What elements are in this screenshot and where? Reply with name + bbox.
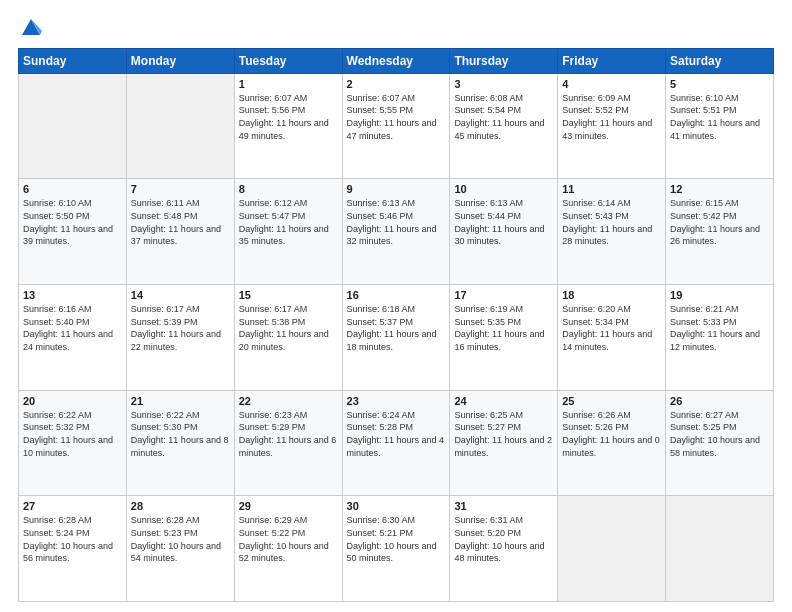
calendar-cell: 6Sunrise: 6:10 AM Sunset: 5:50 PM Daylig… <box>19 179 127 285</box>
day-number: 30 <box>347 500 446 512</box>
day-number: 26 <box>670 395 769 407</box>
day-number: 7 <box>131 183 230 195</box>
calendar-cell: 30Sunrise: 6:30 AM Sunset: 5:21 PM Dayli… <box>342 496 450 602</box>
cell-info: Sunrise: 6:17 AM Sunset: 5:39 PM Dayligh… <box>131 303 230 353</box>
cell-info: Sunrise: 6:22 AM Sunset: 5:32 PM Dayligh… <box>23 409 122 459</box>
cell-info: Sunrise: 6:17 AM Sunset: 5:38 PM Dayligh… <box>239 303 338 353</box>
cell-info: Sunrise: 6:31 AM Sunset: 5:20 PM Dayligh… <box>454 514 553 564</box>
cell-info: Sunrise: 6:26 AM Sunset: 5:26 PM Dayligh… <box>562 409 661 459</box>
day-number: 6 <box>23 183 122 195</box>
cell-info: Sunrise: 6:11 AM Sunset: 5:48 PM Dayligh… <box>131 197 230 247</box>
cell-info: Sunrise: 6:30 AM Sunset: 5:21 PM Dayligh… <box>347 514 446 564</box>
day-number: 3 <box>454 78 553 90</box>
calendar-cell: 12Sunrise: 6:15 AM Sunset: 5:42 PM Dayli… <box>666 179 774 285</box>
header-row: SundayMondayTuesdayWednesdayThursdayFrid… <box>19 48 774 73</box>
calendar-cell: 7Sunrise: 6:11 AM Sunset: 5:48 PM Daylig… <box>126 179 234 285</box>
calendar-cell <box>558 496 666 602</box>
calendar-cell: 10Sunrise: 6:13 AM Sunset: 5:44 PM Dayli… <box>450 179 558 285</box>
page: SundayMondayTuesdayWednesdayThursdayFrid… <box>0 0 792 612</box>
day-number: 28 <box>131 500 230 512</box>
day-header-friday: Friday <box>558 48 666 73</box>
day-number: 27 <box>23 500 122 512</box>
cell-info: Sunrise: 6:19 AM Sunset: 5:35 PM Dayligh… <box>454 303 553 353</box>
calendar-body: 1Sunrise: 6:07 AM Sunset: 5:56 PM Daylig… <box>19 73 774 601</box>
cell-info: Sunrise: 6:28 AM Sunset: 5:23 PM Dayligh… <box>131 514 230 564</box>
calendar-cell: 14Sunrise: 6:17 AM Sunset: 5:39 PM Dayli… <box>126 285 234 391</box>
calendar-cell: 27Sunrise: 6:28 AM Sunset: 5:24 PM Dayli… <box>19 496 127 602</box>
calendar-cell <box>666 496 774 602</box>
cell-info: Sunrise: 6:14 AM Sunset: 5:43 PM Dayligh… <box>562 197 661 247</box>
calendar-cell: 8Sunrise: 6:12 AM Sunset: 5:47 PM Daylig… <box>234 179 342 285</box>
calendar-cell: 19Sunrise: 6:21 AM Sunset: 5:33 PM Dayli… <box>666 285 774 391</box>
day-number: 19 <box>670 289 769 301</box>
cell-info: Sunrise: 6:21 AM Sunset: 5:33 PM Dayligh… <box>670 303 769 353</box>
cell-info: Sunrise: 6:07 AM Sunset: 5:55 PM Dayligh… <box>347 92 446 142</box>
cell-info: Sunrise: 6:23 AM Sunset: 5:29 PM Dayligh… <box>239 409 338 459</box>
calendar-week-5: 27Sunrise: 6:28 AM Sunset: 5:24 PM Dayli… <box>19 496 774 602</box>
cell-info: Sunrise: 6:25 AM Sunset: 5:27 PM Dayligh… <box>454 409 553 459</box>
day-number: 2 <box>347 78 446 90</box>
cell-info: Sunrise: 6:13 AM Sunset: 5:44 PM Dayligh… <box>454 197 553 247</box>
day-number: 18 <box>562 289 661 301</box>
day-number: 24 <box>454 395 553 407</box>
day-number: 1 <box>239 78 338 90</box>
calendar-cell: 1Sunrise: 6:07 AM Sunset: 5:56 PM Daylig… <box>234 73 342 179</box>
cell-info: Sunrise: 6:20 AM Sunset: 5:34 PM Dayligh… <box>562 303 661 353</box>
day-number: 20 <box>23 395 122 407</box>
day-number: 15 <box>239 289 338 301</box>
calendar-cell: 18Sunrise: 6:20 AM Sunset: 5:34 PM Dayli… <box>558 285 666 391</box>
calendar-header: SundayMondayTuesdayWednesdayThursdayFrid… <box>19 48 774 73</box>
calendar-cell: 31Sunrise: 6:31 AM Sunset: 5:20 PM Dayli… <box>450 496 558 602</box>
day-header-tuesday: Tuesday <box>234 48 342 73</box>
day-number: 31 <box>454 500 553 512</box>
calendar-cell: 25Sunrise: 6:26 AM Sunset: 5:26 PM Dayli… <box>558 390 666 496</box>
calendar-cell: 3Sunrise: 6:08 AM Sunset: 5:54 PM Daylig… <box>450 73 558 179</box>
calendar-cell: 15Sunrise: 6:17 AM Sunset: 5:38 PM Dayli… <box>234 285 342 391</box>
calendar-week-3: 13Sunrise: 6:16 AM Sunset: 5:40 PM Dayli… <box>19 285 774 391</box>
calendar-cell: 11Sunrise: 6:14 AM Sunset: 5:43 PM Dayli… <box>558 179 666 285</box>
calendar-week-2: 6Sunrise: 6:10 AM Sunset: 5:50 PM Daylig… <box>19 179 774 285</box>
calendar-cell: 4Sunrise: 6:09 AM Sunset: 5:52 PM Daylig… <box>558 73 666 179</box>
day-number: 16 <box>347 289 446 301</box>
day-number: 4 <box>562 78 661 90</box>
calendar-week-4: 20Sunrise: 6:22 AM Sunset: 5:32 PM Dayli… <box>19 390 774 496</box>
day-header-saturday: Saturday <box>666 48 774 73</box>
day-number: 23 <box>347 395 446 407</box>
calendar-table: SundayMondayTuesdayWednesdayThursdayFrid… <box>18 48 774 602</box>
cell-info: Sunrise: 6:08 AM Sunset: 5:54 PM Dayligh… <box>454 92 553 142</box>
cell-info: Sunrise: 6:24 AM Sunset: 5:28 PM Dayligh… <box>347 409 446 459</box>
cell-info: Sunrise: 6:12 AM Sunset: 5:47 PM Dayligh… <box>239 197 338 247</box>
calendar-cell <box>19 73 127 179</box>
day-number: 8 <box>239 183 338 195</box>
day-header-monday: Monday <box>126 48 234 73</box>
calendar-cell: 29Sunrise: 6:29 AM Sunset: 5:22 PM Dayli… <box>234 496 342 602</box>
calendar-cell: 26Sunrise: 6:27 AM Sunset: 5:25 PM Dayli… <box>666 390 774 496</box>
calendar-cell: 13Sunrise: 6:16 AM Sunset: 5:40 PM Dayli… <box>19 285 127 391</box>
cell-info: Sunrise: 6:27 AM Sunset: 5:25 PM Dayligh… <box>670 409 769 459</box>
cell-info: Sunrise: 6:15 AM Sunset: 5:42 PM Dayligh… <box>670 197 769 247</box>
calendar-cell <box>126 73 234 179</box>
day-number: 11 <box>562 183 661 195</box>
day-number: 10 <box>454 183 553 195</box>
calendar-cell: 20Sunrise: 6:22 AM Sunset: 5:32 PM Dayli… <box>19 390 127 496</box>
calendar-cell: 24Sunrise: 6:25 AM Sunset: 5:27 PM Dayli… <box>450 390 558 496</box>
day-number: 17 <box>454 289 553 301</box>
day-header-thursday: Thursday <box>450 48 558 73</box>
cell-info: Sunrise: 6:29 AM Sunset: 5:22 PM Dayligh… <box>239 514 338 564</box>
day-number: 9 <box>347 183 446 195</box>
day-number: 13 <box>23 289 122 301</box>
calendar-cell: 5Sunrise: 6:10 AM Sunset: 5:51 PM Daylig… <box>666 73 774 179</box>
day-number: 25 <box>562 395 661 407</box>
logo-icon <box>20 15 42 37</box>
cell-info: Sunrise: 6:10 AM Sunset: 5:50 PM Dayligh… <box>23 197 122 247</box>
day-number: 21 <box>131 395 230 407</box>
day-number: 5 <box>670 78 769 90</box>
calendar-cell: 23Sunrise: 6:24 AM Sunset: 5:28 PM Dayli… <box>342 390 450 496</box>
logo <box>18 20 42 40</box>
cell-info: Sunrise: 6:10 AM Sunset: 5:51 PM Dayligh… <box>670 92 769 142</box>
cell-info: Sunrise: 6:28 AM Sunset: 5:24 PM Dayligh… <box>23 514 122 564</box>
cell-info: Sunrise: 6:13 AM Sunset: 5:46 PM Dayligh… <box>347 197 446 247</box>
calendar-cell: 2Sunrise: 6:07 AM Sunset: 5:55 PM Daylig… <box>342 73 450 179</box>
day-header-wednesday: Wednesday <box>342 48 450 73</box>
day-header-sunday: Sunday <box>19 48 127 73</box>
